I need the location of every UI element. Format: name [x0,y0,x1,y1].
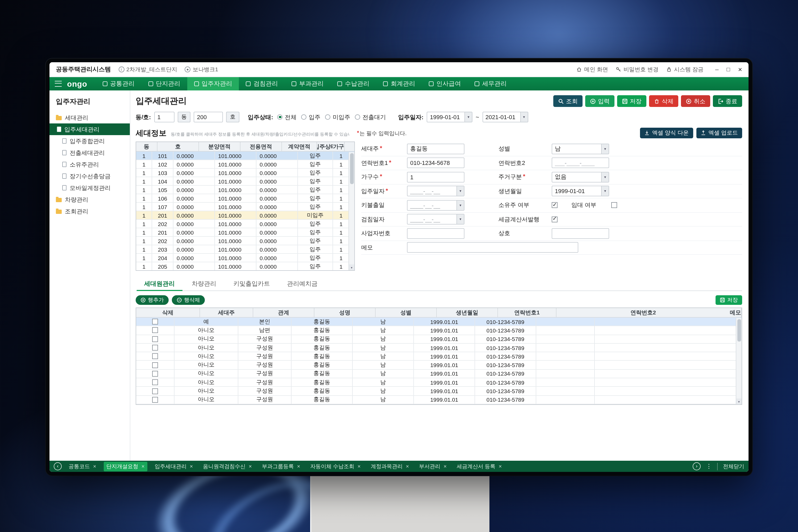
status-radio[interactable]: 미입주 [325,113,350,121]
gender-select[interactable]: 남 [552,144,609,154]
scroll-tabs-right-button[interactable]: › [693,462,701,470]
sidebar-item[interactable]: 입주종합관리 [50,135,130,147]
scrollbar-thumb[interactable] [737,319,741,342]
phone2-input[interactable] [552,158,609,168]
member-column-header[interactable]: 메모 [730,308,742,317]
member-row[interactable]: 아니오 구성원 홍길동 남 1999.01.01 010-1234-5789 [136,378,742,387]
movein-date-select[interactable]: ____-__-__ [407,186,464,196]
unit-row[interactable]: 1 201 0.0000 101.0000 0.0000 입주 1 [136,228,354,237]
user-chip[interactable]: ● 보나뱅크1 [185,66,218,73]
unit-column-header[interactable]: 동 [136,142,157,151]
open-tab[interactable]: 단지개설요청 [104,461,147,471]
unit-row[interactable]: 1 203 0.0000 101.0000 0.0000 입주 1 [136,245,354,254]
maximize-button[interactable] [727,66,730,72]
date-from-select[interactable]: 1999-01-01 [427,112,472,122]
unit-row[interactable]: 1 204 0.0000 101.0000 0.0000 입주 1 [136,254,354,262]
member-row[interactable]: 아니오 구성원 홍길동 남 1999.01.01 010-1234-5789 [136,361,742,370]
close-tab-icon[interactable] [443,463,446,469]
menu-icon[interactable] [55,81,62,87]
scrollbar-thumb[interactable] [350,153,354,184]
unit-row[interactable]: 1 106 0.0000 101.0000 0.0000 입주 1 [136,194,354,203]
unit-column-header[interactable]: 전용면적 [241,142,282,151]
sidebar-item[interactable]: 모바일계정관리 [50,182,130,194]
open-tab[interactable]: 부과그룹등록 [259,461,303,471]
sidebar-item[interactable]: 세대관리 [50,112,130,124]
open-tab[interactable]: 부서관리 [416,461,449,471]
member-row[interactable]: 아니오 구성원 홍길동 남 1999.01.01 010-1234-5789 [136,335,742,344]
member-column-header[interactable]: 세대주 [200,308,253,317]
birth-date-select[interactable]: 1999-01-01 [552,186,609,196]
input-button[interactable]: 입력 [585,95,614,107]
detail-tab[interactable]: 키및출입카트 [225,277,279,290]
sidebar-item[interactable]: 차량관리 [50,194,130,205]
unit-column-header[interactable]: 분양면적 [199,142,241,151]
sidebar-item[interactable]: 조회관리 [50,205,130,217]
row-checkbox[interactable] [152,354,158,359]
close-button[interactable] [738,66,742,73]
unit-row[interactable]: 1 201 0.0000 101.0000 0.0000 미입주 1 [136,211,354,220]
household-count-input[interactable] [407,172,464,183]
status-radio[interactable]: 전출대기 [355,113,386,121]
close-tab-icon[interactable] [406,463,409,469]
meter-date-select[interactable]: ____-__-__ [407,214,464,225]
unit-column-header[interactable]: 입주상태 [317,142,333,151]
date-to-select[interactable]: 2021-01-01 [482,112,528,122]
nav-item[interactable]: 회계관리 [376,77,422,91]
unit-row[interactable]: 1 104 0.0000 101.0000 0.0000 입주 1 [136,177,354,186]
unit-column-header[interactable]: 호 [157,142,199,151]
member-column-header[interactable]: 연락번호2 [556,308,730,317]
excel-template-download-button[interactable]: 엑셀 양식 다운 [640,128,693,138]
trade-name-input[interactable] [552,228,609,239]
member-column-header[interactable]: 연락번호1 [498,308,556,317]
sidebar-item[interactable]: 소유주관리 [50,158,130,170]
nav-item[interactable]: 검침관리 [239,77,285,91]
ho-input[interactable] [194,112,223,122]
unit-row[interactable]: 1 205 0.0000 101.0000 0.0000 입주 1 [136,262,354,271]
row-checkbox[interactable] [152,345,158,350]
detail-tab[interactable]: 차량관리 [183,277,225,290]
nav-item[interactable]: 수납관리 [331,77,376,91]
memo-input[interactable] [407,242,578,253]
close-tab-icon[interactable] [499,463,502,469]
sidebar-item[interactable]: 입주세대관리 [50,124,130,135]
close-all-button[interactable]: 전체닫기 [717,462,744,470]
sidebar-item[interactable]: 전출세대관리 [50,147,130,158]
member-column-header[interactable]: 관계 [253,308,315,317]
nav-item[interactable]: 부과관리 [285,77,331,91]
unit-row[interactable]: 1 105 0.0000 101.0000 0.0000 입주 1 [136,186,354,194]
excel-upload-button[interactable]: 엑셀 업로드 [696,128,742,138]
nav-item[interactable]: 인사급여 [422,77,468,91]
member-column-header[interactable]: 생년월일 [437,308,498,317]
open-tab[interactable]: 세금계산서 등록 [454,461,504,471]
scrollbar-down-arrow[interactable] [736,398,742,404]
unit-row[interactable]: 1 202 0.0000 101.0000 0.0000 입주 1 [136,237,354,245]
open-tab[interactable]: 계정과목관리 [368,461,412,471]
close-tab-icon[interactable] [141,463,145,469]
nav-item[interactable]: 단지관리 [141,77,187,91]
grid-save-button[interactable]: 저장 [716,295,742,305]
tax-invoice-checkbox[interactable] [552,216,557,222]
add-row-button[interactable]: 행추가 [136,295,169,305]
unit-row[interactable]: 1 107 0.0000 101.0000 0.0000 입주 1 [136,203,354,211]
owner-checkbox[interactable] [552,203,557,208]
status-radio[interactable]: 전체 [278,113,297,121]
delete-row-button[interactable]: 행삭제 [172,295,205,305]
member-column-header[interactable]: 성별 [376,308,437,317]
householder-input[interactable] [407,144,464,154]
member-column-header[interactable]: 삭제 [136,308,200,317]
residence-select[interactable]: 없음 [552,172,609,183]
open-tab[interactable]: 공통코드 [66,461,99,471]
row-checkbox[interactable] [152,379,158,385]
detail-tab[interactable]: 세대원관리 [136,277,183,290]
nav-item[interactable]: 입주자관리 [187,77,239,91]
nav-item[interactable]: 공통관리 [96,77,141,91]
row-checkbox[interactable] [152,327,158,333]
sidebar-item[interactable]: 장기수선충당금 [50,170,130,182]
unit-row[interactable]: 1 103 0.0000 101.0000 0.0000 입주 1 [136,169,354,177]
members-scrollbar[interactable] [736,318,742,404]
close-tab-icon[interactable] [93,463,96,469]
unit-row[interactable]: 1 102 0.0000 101.0000 0.0000 입주 1 [136,160,354,169]
lease-checkbox[interactable] [611,203,617,208]
business-number-input[interactable] [407,228,464,239]
save-button[interactable]: 저장 [617,95,646,107]
